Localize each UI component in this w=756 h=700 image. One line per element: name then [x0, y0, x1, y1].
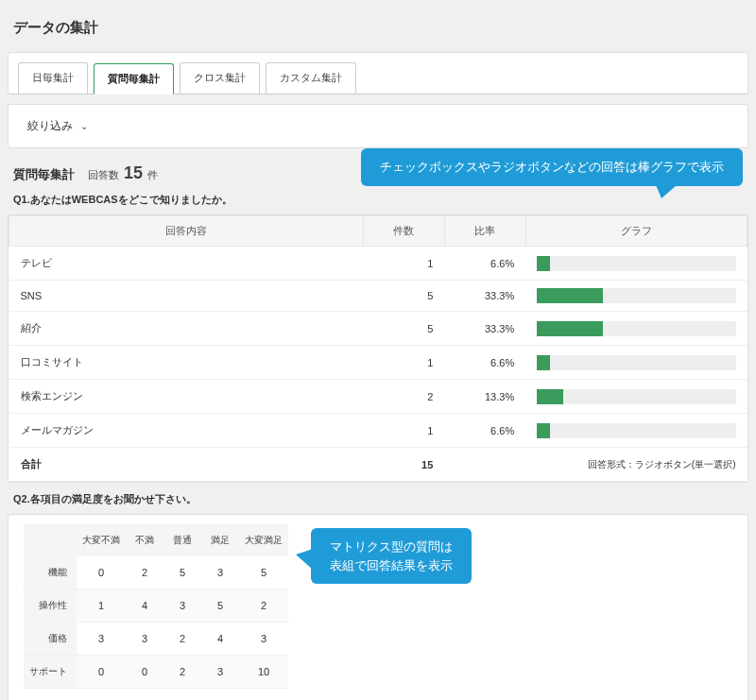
col-normal: 普通 [163, 524, 201, 556]
bar-fill [537, 321, 603, 336]
matrix-row: サポート002310 [24, 656, 288, 689]
row-label: メールマガジン [9, 414, 364, 448]
callout-bar-chart: チェックボックスやラジオボタンなどの回答は棒グラフで表示 [361, 148, 743, 186]
matrix-cell: 2 [163, 623, 201, 656]
matrix-cell: 2 [239, 589, 288, 623]
filter-card: 絞り込み ⌄ [8, 104, 748, 148]
tabs: 日毎集計 質問毎集計 クロス集計 カスタム集計 [9, 53, 747, 94]
matrix-cell: 2 [163, 656, 201, 689]
matrix-cell: 3 [163, 589, 201, 623]
q2-title: Q2.各項目の満足度をお聞かせ下さい。 [8, 492, 748, 514]
bar-fill [537, 288, 603, 303]
row-bar [525, 247, 747, 281]
matrix-cell: 5 [163, 556, 201, 589]
count-prefix: 回答数 [88, 169, 119, 180]
q2-header-row: 大変不満 不満 普通 満足 大変満足 [24, 524, 288, 556]
callout2-line1: マトリクス型の質問は [330, 539, 453, 554]
row-ratio: 6.6% [444, 247, 525, 281]
bar-track [537, 321, 735, 336]
q2-card: 大変不満 不満 普通 満足 大変満足 機能02535操作性14352価格3324… [8, 514, 748, 700]
table-row: メールマガジン16.6% [9, 414, 747, 448]
chevron-down-icon: ⌄ [80, 121, 88, 131]
bar-track [537, 355, 735, 370]
col-ratio: 比率 [444, 216, 525, 247]
row-bar [525, 380, 747, 414]
count-suffix: 件 [147, 169, 158, 180]
row-ratio: 33.3% [444, 312, 525, 346]
row-count: 5 [363, 281, 444, 312]
row-count: 5 [363, 312, 444, 346]
matrix-cell: 3 [201, 656, 239, 689]
bar-track [537, 423, 735, 438]
q2-matrix: 大変不満 不満 普通 満足 大変満足 機能02535操作性14352価格3324… [24, 524, 288, 689]
callout2-line2: 表組で回答結果を表示 [330, 558, 453, 572]
matrix-cell: 3 [201, 556, 239, 589]
table-row: 口コミサイト16.6% [9, 346, 747, 380]
q1-header-row: 回答内容 件数 比率 グラフ [9, 216, 747, 247]
matrix-cell: 10 [239, 656, 288, 689]
row-ratio: 13.3% [444, 380, 525, 414]
matrix-cell: 2 [126, 556, 163, 589]
row-count: 1 [363, 247, 444, 281]
callout1-text: チェックボックスやラジオボタンなどの回答は棒グラフで表示 [380, 160, 724, 174]
filter-toggle[interactable]: 絞り込み ⌄ [9, 105, 747, 147]
row-bar [525, 414, 747, 448]
matrix-corner [24, 524, 77, 556]
filter-label: 絞り込み [27, 118, 73, 134]
bar-fill [537, 355, 550, 370]
matrix-cell: 1 [77, 589, 126, 623]
q1-title: Q1.あなたはWEBCASをどこで知りましたか。 [8, 193, 748, 214]
bar-track [537, 389, 735, 404]
row-bar [525, 346, 747, 380]
q1-total-row: 合計 15 回答形式：ラジオボタン(単一選択) [9, 448, 747, 482]
tab-daily[interactable]: 日毎集計 [18, 62, 88, 94]
tab-per-question[interactable]: 質問毎集計 [94, 63, 174, 94]
table-row: テレビ16.6% [9, 247, 747, 281]
col-unsatisfied: 不満 [126, 524, 163, 556]
matrix-cell: 0 [77, 656, 126, 689]
row-header: 操作性 [24, 589, 77, 623]
matrix-cell: 5 [201, 589, 239, 623]
row-ratio: 6.6% [444, 414, 525, 448]
tab-cross[interactable]: クロス集計 [180, 62, 260, 94]
row-header: 価格 [24, 623, 77, 656]
matrix-cell: 0 [77, 556, 126, 589]
total-ratio [444, 448, 525, 482]
q1-table: 回答内容 件数 比率 グラフ テレビ16.6%SNS533.3%紹介533.3%… [9, 215, 747, 482]
col-very-unsatisfied: 大変不満 [77, 524, 126, 556]
matrix-row: 機能02535 [24, 556, 288, 589]
row-count: 1 [363, 414, 444, 448]
table-row: 紹介533.3% [9, 312, 747, 346]
row-bar [525, 281, 747, 312]
col-graph: グラフ [525, 216, 747, 247]
row-label: SNS [9, 281, 364, 312]
col-count: 件数 [363, 216, 444, 247]
row-count: 2 [363, 380, 444, 414]
callout-tail-icon [656, 185, 677, 198]
col-satisfied: 満足 [201, 524, 239, 556]
row-header: サポート [24, 656, 77, 689]
row-header: 機能 [24, 556, 77, 589]
total-label: 合計 [9, 448, 364, 482]
matrix-cell: 4 [201, 623, 239, 656]
row-ratio: 6.6% [444, 346, 525, 380]
total-count: 15 [363, 448, 444, 482]
q2-format: 回答形式：マトリクス [18, 689, 738, 700]
bar-track [537, 256, 735, 271]
row-label: 口コミサイト [9, 346, 364, 380]
q1-card: 回答内容 件数 比率 グラフ テレビ16.6%SNS533.3%紹介533.3%… [8, 214, 748, 483]
row-bar [525, 312, 747, 346]
section-label: 質問毎集計 [13, 166, 75, 183]
col-content: 回答内容 [9, 216, 364, 247]
row-count: 1 [363, 346, 444, 380]
tabs-card: 日毎集計 質問毎集計 クロス集計 カスタム集計 [8, 52, 748, 94]
count-number: 15 [122, 163, 145, 182]
response-count: 回答数 15 件 [88, 163, 158, 183]
tab-custom[interactable]: カスタム集計 [266, 62, 356, 94]
matrix-row: 操作性14352 [24, 589, 288, 623]
row-label: 紹介 [9, 312, 364, 346]
bar-fill [537, 389, 563, 404]
matrix-cell: 3 [239, 623, 288, 656]
matrix-row: 価格33243 [24, 623, 288, 656]
bar-fill [537, 423, 550, 438]
